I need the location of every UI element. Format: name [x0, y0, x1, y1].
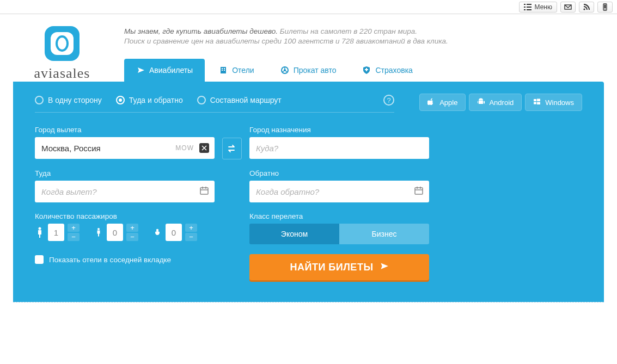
mail-icon [564, 3, 572, 11]
adult-icon [35, 227, 45, 238]
adults-inc[interactable]: + [68, 224, 80, 232]
swap-button[interactable] [222, 138, 242, 159]
class-economy[interactable]: Эконом [249, 224, 339, 244]
mail-button[interactable] [560, 2, 576, 13]
trip-round[interactable]: Туда и обратно [116, 96, 183, 104]
tab-flights[interactable]: Авиабилеты [124, 59, 205, 82]
help-button[interactable]: ? [383, 95, 394, 106]
svg-rect-1 [527, 4, 532, 5]
children-count: 0 [107, 224, 123, 241]
mobile-button[interactable] [597, 2, 613, 13]
infants-inc[interactable]: + [185, 224, 197, 232]
class-label: Класс перелета [249, 212, 429, 220]
search-panel: Apple Android Windows [13, 82, 604, 302]
search-button[interactable]: НАЙТИ БИЛЕТЫ [249, 254, 429, 280]
svg-rect-0 [524, 4, 526, 5]
show-hotels-checkbox[interactable] [35, 255, 44, 264]
trip-oneway[interactable]: В одну сторону [35, 96, 102, 104]
dest-input[interactable] [249, 137, 429, 159]
subtagline: Поиск и сравнение цен на авиабилеты сред… [124, 37, 604, 45]
adults-count: 1 [48, 224, 64, 241]
show-hotels-label: Показать отели в соседней вкладке [49, 256, 171, 264]
svg-rect-3 [527, 7, 532, 8]
app-links: Apple Android Windows [419, 94, 582, 111]
return-label: Обратно [249, 169, 429, 177]
main-tabs: Авиабилеты Отели Прокат авто [124, 59, 604, 82]
svg-rect-23 [537, 98, 540, 101]
svg-rect-24 [534, 102, 536, 104]
svg-point-7 [583, 8, 585, 10]
menu-button[interactable]: Меню [519, 2, 557, 13]
svg-rect-15 [221, 67, 226, 73]
logo-icon [42, 24, 82, 63]
svg-rect-4 [524, 9, 526, 10]
children-dec[interactable]: − [126, 233, 138, 241]
tab-cars[interactable]: Прокат авто [268, 59, 349, 82]
app-apple[interactable]: Apple [419, 94, 466, 111]
svg-rect-27 [415, 188, 423, 194]
dest-label: Город назначения [249, 126, 429, 134]
windows-icon [533, 98, 541, 107]
depart-input[interactable] [35, 181, 215, 202]
divider [13, 302, 604, 303]
svg-point-10 [604, 9, 606, 10]
top-toolbar: Меню [0, 0, 617, 14]
svg-rect-25 [537, 102, 540, 104]
tab-insurance[interactable]: Страховка [350, 59, 424, 82]
origin-code: MOW [175, 144, 194, 152]
phone-icon [601, 3, 609, 11]
plane-icon [379, 261, 389, 274]
apple-icon [427, 98, 435, 107]
rss-icon [583, 3, 590, 11]
svg-point-14 [58, 38, 66, 50]
shield-icon [362, 66, 371, 75]
svg-rect-26 [200, 188, 208, 194]
list-icon [524, 3, 532, 11]
svg-point-30 [156, 229, 158, 231]
tagline: Мы знаем, где купить авиабилеты дешево. … [124, 27, 604, 35]
pax-children: 0 + − [94, 224, 138, 241]
svg-rect-2 [524, 7, 526, 8]
calendar-icon[interactable] [199, 186, 209, 198]
svg-rect-16 [222, 68, 223, 69]
children-inc[interactable]: + [126, 224, 138, 232]
infants-dec[interactable]: − [185, 233, 197, 241]
menu-label: Меню [535, 3, 552, 11]
clear-origin[interactable] [199, 143, 209, 153]
brand-logo[interactable]: aviasales [13, 24, 111, 82]
plane-icon [136, 66, 145, 75]
infants-count: 0 [166, 224, 182, 241]
pax-adults: 1 + − [35, 224, 80, 241]
app-android[interactable]: Android [469, 94, 522, 111]
svg-point-29 [97, 228, 100, 230]
brand-name: aviasales [13, 65, 111, 82]
child-icon [94, 227, 103, 237]
svg-rect-17 [224, 68, 225, 69]
depart-label: Туда [35, 169, 215, 177]
calendar-icon[interactable] [414, 186, 424, 198]
pax-label: Количество пассажиров [35, 212, 215, 220]
svg-rect-5 [527, 9, 532, 10]
pax-infants: 0 + − [152, 224, 197, 241]
svg-rect-9 [604, 4, 606, 8]
app-windows[interactable]: Windows [525, 94, 582, 111]
adults-dec[interactable]: − [68, 233, 80, 241]
return-input[interactable] [249, 181, 429, 202]
android-icon [477, 98, 485, 107]
tab-hotels[interactable]: Отели [207, 59, 266, 82]
origin-label: Город вылета [35, 126, 215, 134]
trip-multi[interactable]: Составной маршрут [197, 96, 282, 104]
building-icon [219, 66, 228, 75]
svg-rect-22 [534, 99, 536, 101]
svg-rect-18 [222, 70, 223, 71]
steering-icon [280, 66, 289, 75]
rss-button[interactable] [579, 2, 594, 13]
svg-point-28 [39, 227, 41, 230]
infant-icon [152, 228, 162, 237]
svg-rect-19 [224, 70, 225, 71]
class-business[interactable]: Бизнес [339, 224, 429, 244]
